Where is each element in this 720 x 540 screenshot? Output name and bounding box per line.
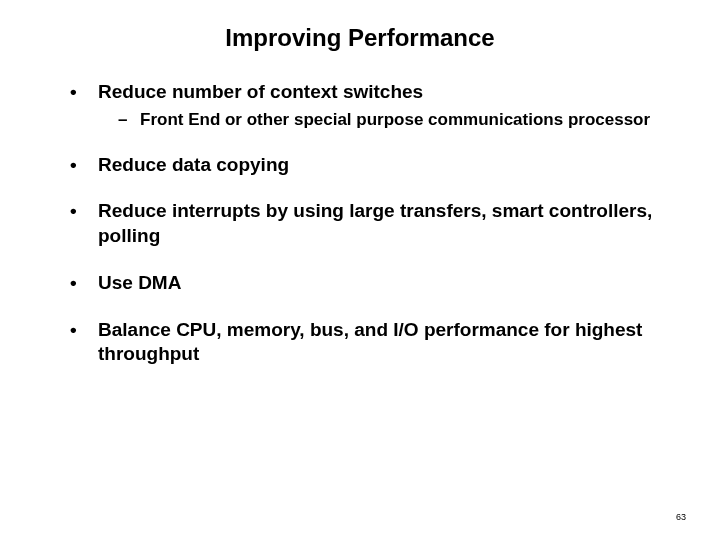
page-title: Improving Performance xyxy=(40,24,680,52)
list-item: Reduce data copying xyxy=(70,153,680,178)
slide: Improving Performance Reduce number of c… xyxy=(0,0,720,540)
bullet-text: Use DMA xyxy=(98,272,181,293)
sub-list: Front End or other special purpose commu… xyxy=(98,109,680,131)
list-item: Reduce number of context switches Front … xyxy=(70,80,680,131)
bullet-text: Reduce interrupts by using large transfe… xyxy=(98,200,652,246)
page-number: 63 xyxy=(676,512,686,522)
bullet-text: Reduce data copying xyxy=(98,154,289,175)
list-item: Balance CPU, memory, bus, and I/O perfor… xyxy=(70,318,680,367)
bullet-list: Reduce number of context switches Front … xyxy=(40,80,680,367)
bullet-text: Reduce number of context switches xyxy=(98,81,423,102)
list-item: Reduce interrupts by using large transfe… xyxy=(70,199,680,248)
list-item: Use DMA xyxy=(70,271,680,296)
bullet-text: Balance CPU, memory, bus, and I/O perfor… xyxy=(98,319,642,365)
bullet-text: Front End or other special purpose commu… xyxy=(140,110,650,129)
list-item: Front End or other special purpose commu… xyxy=(118,109,680,131)
